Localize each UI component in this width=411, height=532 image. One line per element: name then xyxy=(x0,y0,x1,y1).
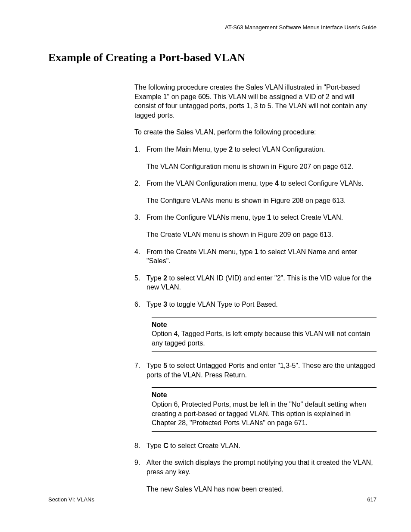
step-text-pre: From the Configure VLANs menu, type xyxy=(146,214,267,221)
step-body: From the Create VLAN menu, type 1 to sel… xyxy=(146,247,377,266)
note-box-2: Note Option 6, Protected Ports, must be … xyxy=(152,387,377,431)
step-text-post: to select VLAN Configuration. xyxy=(233,146,325,153)
step-body: Type 3 to toggle VLAN Type to Port Based… xyxy=(146,300,377,309)
step-number: 7. xyxy=(134,361,146,380)
step-text-post: to select Untagged Ports and enter "1,3-… xyxy=(146,362,375,379)
step-text-post: to select VLAN ID (VID) and enter "2". T… xyxy=(146,274,371,291)
step-key: 2 xyxy=(163,274,167,282)
step-body: After the switch displays the prompt not… xyxy=(146,458,377,476)
step-key: 1 xyxy=(267,214,271,221)
step-key: 1 xyxy=(255,248,258,255)
step-1-result: The VLAN Configuration menu is shown in … xyxy=(146,162,377,171)
step-2-result: The Configure VLANs menu is shown in Fig… xyxy=(146,196,377,205)
step-5: 5. Type 2 to select VLAN ID (VID) and en… xyxy=(134,274,377,292)
step-4: 4. From the Create VLAN menu, type 1 to … xyxy=(134,247,377,266)
step-key: C xyxy=(163,442,168,449)
step-number: 8. xyxy=(134,441,146,451)
step-6: 6. Type 3 to toggle VLAN Type to Port Ba… xyxy=(134,300,377,309)
step-text-post: to toggle VLAN Type to Port Based. xyxy=(167,301,278,308)
step-key: 3 xyxy=(163,301,167,308)
step-2: 2. From the VLAN Configuration menu, typ… xyxy=(134,179,377,188)
note-text: Option 4, Tagged Ports, is left empty be… xyxy=(152,329,377,348)
step-body: From the VLAN Configuration menu, type 4… xyxy=(146,179,377,188)
step-7: 7. Type 5 to select Untagged Ports and e… xyxy=(134,361,377,380)
step-8: 8. Type C to select Create VLAN. xyxy=(134,441,377,451)
step-body: Type 2 to select VLAN ID (VID) and enter… xyxy=(146,274,377,292)
step-1: 1. From the Main Menu, type 2 to select … xyxy=(134,145,377,154)
step-text-post: to select Create VLAN. xyxy=(168,442,240,449)
step-text-pre: From the Create VLAN menu, type xyxy=(146,248,255,255)
step-3: 3. From the Configure VLANs menu, type 1… xyxy=(134,213,377,222)
step-text-pre: Type xyxy=(146,274,163,282)
step-text-pre: Type xyxy=(146,362,163,369)
step-key: 5 xyxy=(163,362,167,369)
running-header: AT-S63 Management Software Menus Interfa… xyxy=(48,24,377,31)
step-text-post: to select Create VLAN. xyxy=(271,214,343,221)
step-number: 4. xyxy=(134,247,146,266)
step-number: 2. xyxy=(134,179,146,188)
note-text: Option 6, Protected Ports, must be left … xyxy=(152,400,377,428)
step-9-result: The new Sales VLAN has now been created. xyxy=(146,485,377,494)
step-body: Type 5 to select Untagged Ports and ente… xyxy=(146,361,377,380)
page-footer: Section VI: VLANs 617 xyxy=(48,496,377,503)
step-number: 5. xyxy=(134,274,146,292)
step-key: 4 xyxy=(275,180,279,187)
step-3-result: The Create VLAN menu is shown in Figure … xyxy=(146,230,377,240)
step-number: 1. xyxy=(134,145,146,154)
step-text-pre: Type xyxy=(146,442,163,449)
section-title: Example of Creating a Port-based VLAN xyxy=(48,51,377,67)
note-box-1: Note Option 4, Tagged Ports, is left emp… xyxy=(152,317,377,352)
note-label: Note xyxy=(152,320,377,330)
step-number: 3. xyxy=(134,213,146,222)
step-body: Type C to select Create VLAN. xyxy=(146,441,377,451)
step-text-post: to select Configure VLANs. xyxy=(279,180,364,187)
note-label: Note xyxy=(152,390,377,400)
step-key: 2 xyxy=(229,146,233,153)
step-number: 9. xyxy=(134,458,146,476)
step-text-pre: From the VLAN Configuration menu, type xyxy=(146,180,275,187)
step-9: 9. After the switch displays the prompt … xyxy=(134,458,377,476)
intro-paragraph-1: The following procedure creates the Sale… xyxy=(134,83,377,120)
step-body: From the Configure VLANs menu, type 1 to… xyxy=(146,213,377,222)
footer-section: Section VI: VLANs xyxy=(48,496,94,503)
step-body: From the Main Menu, type 2 to select VLA… xyxy=(146,145,377,154)
step-number: 6. xyxy=(134,300,146,309)
step-text-pre: From the Main Menu, type xyxy=(146,146,229,153)
footer-page-number: 617 xyxy=(367,496,377,503)
page: AT-S63 Management Software Menus Interfa… xyxy=(0,0,411,532)
intro-paragraph-2: To create the Sales VLAN, perform the fo… xyxy=(134,128,377,137)
step-text-pre: Type xyxy=(146,301,163,308)
body-column: The following procedure creates the Sale… xyxy=(134,83,377,494)
